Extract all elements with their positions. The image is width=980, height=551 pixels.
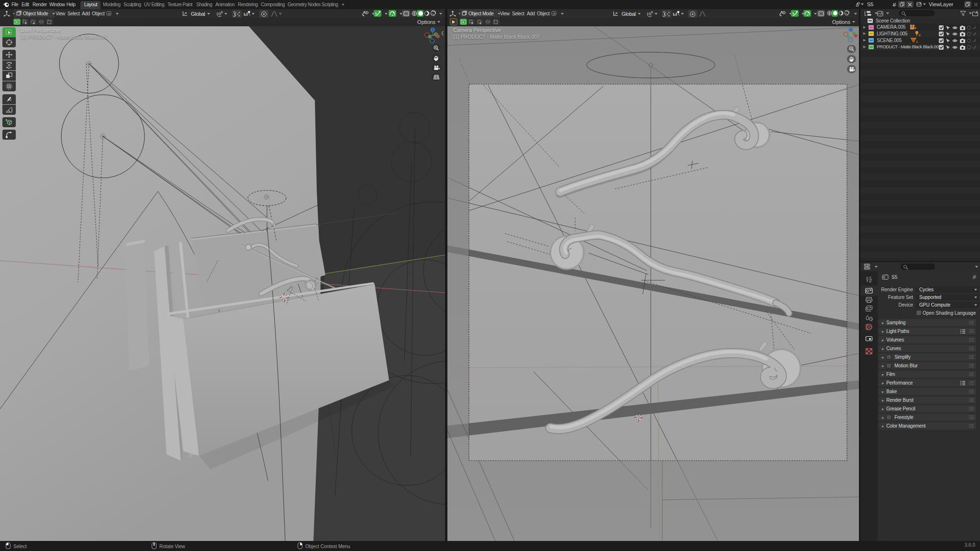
svg-text:6: 6 (919, 33, 921, 37)
svg-text:Z: Z (432, 28, 434, 32)
svg-text:4: 4 (916, 40, 918, 44)
